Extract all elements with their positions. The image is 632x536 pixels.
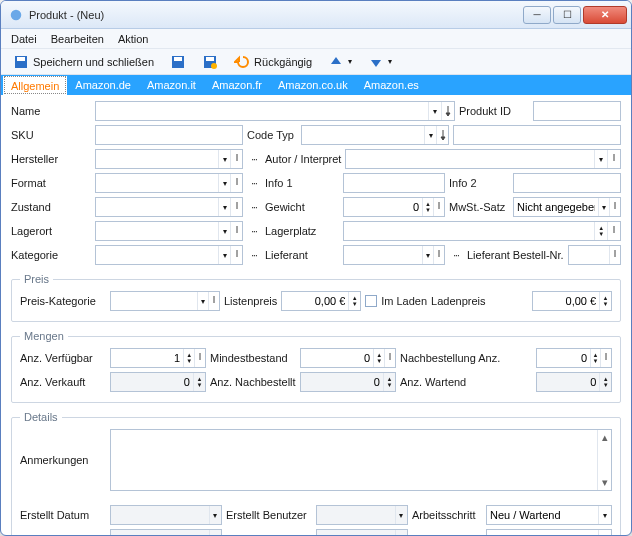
erstellt-benutzer-field[interactable]	[316, 505, 408, 525]
code-value-field[interactable]	[453, 125, 621, 145]
save-close-button[interactable]: Speichern und schließen	[9, 52, 158, 72]
lieferant-more-button[interactable]: ···	[449, 250, 463, 261]
window: Produkt - (Neu) ─ ☐ ✕ Datei Bearbeiten A…	[0, 0, 632, 536]
label-produkt-id: Produkt ID	[459, 105, 529, 117]
svg-rect-2	[17, 57, 25, 61]
label-erstellt-benutzer: Erstellt Benutzer	[226, 509, 312, 521]
lagerplatz-field[interactable]	[343, 221, 621, 241]
tab-amazon-de[interactable]: Amazon.de	[67, 75, 139, 95]
zustand-field[interactable]	[95, 197, 243, 217]
name-field[interactable]	[95, 101, 455, 121]
listenpreis-field[interactable]	[281, 291, 361, 311]
label-name: Name	[11, 105, 91, 117]
label-lieferant-nr: Lieferant Bestell-Nr.	[467, 249, 564, 261]
label-kategorie: Kategorie	[11, 249, 91, 261]
label-hersteller: Hersteller	[11, 153, 91, 165]
preis-kategorie-field[interactable]	[110, 291, 220, 311]
lagerort-more-button[interactable]: ···	[247, 226, 261, 237]
save-icon	[170, 54, 186, 70]
up-button[interactable]: ▾	[324, 52, 356, 72]
svg-point-0	[11, 9, 22, 20]
svg-rect-4	[174, 57, 182, 61]
label-bearbeitet-datum: Bearbeitet Datum	[20, 533, 106, 535]
ladenpreis-field[interactable]	[532, 291, 612, 311]
bearbeitet-benutzer-field[interactable]	[316, 529, 408, 535]
save-new-button[interactable]	[198, 52, 222, 72]
wartend-field[interactable]	[536, 372, 612, 392]
produkt-id-field[interactable]	[533, 101, 621, 121]
bearbeitet-datum-field[interactable]	[110, 529, 222, 535]
label-lagerort: Lagerort	[11, 225, 91, 237]
format-field[interactable]	[95, 173, 243, 193]
tab-amazon-it[interactable]: Amazon.it	[139, 75, 204, 95]
label-lieferant: Lieferant	[265, 249, 339, 261]
legend-details: Details	[20, 411, 62, 423]
tab-allgemein[interactable]: Allgemein	[3, 75, 67, 95]
label-im-laden: Im Laden	[381, 295, 427, 307]
app-icon	[9, 8, 23, 22]
label-nachbest-anz: Nachbestellung Anz.	[400, 352, 500, 364]
preis-group: Preis Preis-Kategorie Listenpreis Im Lad…	[11, 273, 621, 322]
down-button[interactable]: ▾	[364, 52, 396, 72]
format-more-button[interactable]: ···	[247, 178, 261, 189]
label-sku: SKU	[11, 129, 91, 141]
info1-field[interactable]	[343, 173, 445, 193]
gewicht-field[interactable]	[343, 197, 445, 217]
label-preis-kat: Preis-Kategorie	[20, 295, 106, 307]
nachbest-anz-field[interactable]	[536, 348, 612, 368]
label-verkauft: Anz. Verkauft	[20, 376, 106, 388]
label-nachbestellt: Anz. Nachbestellt	[210, 376, 296, 388]
kategorie-more-button[interactable]: ···	[247, 250, 261, 261]
legend-mengen: Mengen	[20, 330, 68, 342]
label-gewicht: Gewicht	[265, 201, 339, 213]
mindest-field[interactable]	[300, 348, 396, 368]
hersteller-more-button[interactable]: ···	[247, 154, 261, 165]
save-close-icon	[13, 54, 29, 70]
kategorie-field[interactable]	[95, 245, 243, 265]
info2-field[interactable]	[513, 173, 621, 193]
titlebar: Produkt - (Neu) ─ ☐ ✕	[1, 1, 631, 29]
tab-strip: Allgemein Amazon.de Amazon.it Amazon.fr …	[1, 75, 631, 95]
maximize-button[interactable]: ☐	[553, 6, 581, 24]
tab-amazon-co-uk[interactable]: Amazon.co.uk	[270, 75, 356, 95]
zustand-more-button[interactable]: ···	[247, 202, 261, 213]
arbeitsschritt-field[interactable]	[486, 505, 612, 525]
nachbestellt-field[interactable]	[300, 372, 396, 392]
minimize-button[interactable]: ─	[523, 6, 551, 24]
verkauft-field[interactable]	[110, 372, 206, 392]
lagerort-field[interactable]	[95, 221, 243, 241]
svg-point-7	[211, 63, 217, 69]
tab-amazon-es[interactable]: Amazon.es	[356, 75, 427, 95]
lieferant-nr-field[interactable]	[568, 245, 621, 265]
hersteller-field[interactable]	[95, 149, 243, 169]
details-group: Details Anmerkungen ▴▾ Erstellt Datum Er…	[11, 411, 621, 535]
label-format: Format	[11, 177, 91, 189]
anmerkungen-field[interactable]: ▴▾	[110, 429, 612, 491]
stapel-field[interactable]	[486, 529, 612, 535]
close-button[interactable]: ✕	[583, 6, 627, 24]
arrow-down-icon	[368, 54, 384, 70]
sku-field[interactable]	[95, 125, 243, 145]
erstellt-datum-field[interactable]	[110, 505, 222, 525]
menu-file[interactable]: Datei	[11, 33, 37, 45]
mengen-group: Mengen Anz. Verfügbar Mindestbestand Nac…	[11, 330, 621, 403]
window-title: Produkt - (Neu)	[29, 9, 523, 21]
tab-amazon-fr[interactable]: Amazon.fr	[204, 75, 270, 95]
label-autor: Autor / Interpret	[265, 153, 341, 165]
label-lagerplatz: Lagerplatz	[265, 225, 339, 237]
mwst-field[interactable]	[513, 197, 621, 217]
autor-field[interactable]	[345, 149, 621, 169]
save-button[interactable]	[166, 52, 190, 72]
menu-action[interactable]: Aktion	[118, 33, 149, 45]
scrollbar[interactable]: ▴▾	[597, 430, 611, 490]
label-code-typ: Code Typ	[247, 129, 297, 141]
undo-button[interactable]: Rückgängig	[230, 52, 316, 72]
lieferant-field[interactable]	[343, 245, 445, 265]
im-laden-checkbox[interactable]	[365, 295, 377, 307]
pin-icon[interactable]	[441, 102, 454, 120]
code-typ-field[interactable]	[301, 125, 449, 145]
menu-edit[interactable]: Bearbeiten	[51, 33, 104, 45]
undo-label: Rückgängig	[254, 56, 312, 68]
label-info1: Info 1	[265, 177, 339, 189]
verfuegbar-field[interactable]	[110, 348, 206, 368]
